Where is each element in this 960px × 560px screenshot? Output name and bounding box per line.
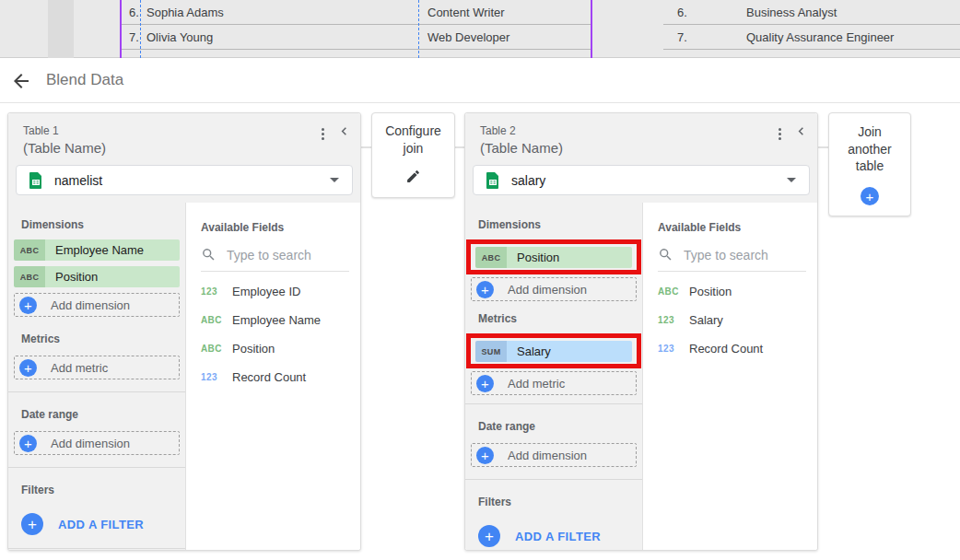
- search-input[interactable]: [684, 248, 794, 262]
- available-fields-label: Available Fields: [643, 203, 817, 247]
- field-type-badge-text: ABC: [201, 344, 226, 354]
- position-cell: Web Developer: [427, 30, 509, 44]
- field-type-badge-metric: 123: [201, 372, 226, 382]
- available-field-item[interactable]: 123 Record Count: [643, 334, 817, 363]
- plus-circle-icon: +: [476, 375, 494, 392]
- field-search: [658, 247, 806, 272]
- datasource-selector[interactable]: namelist: [16, 165, 353, 195]
- magnifier-icon: [658, 247, 673, 262]
- canvas-side-band: [48, 0, 74, 58]
- table-row: 6. Business Analyst: [594, 0, 960, 25]
- background-table-salary[interactable]: 6. Business Analyst 7. Quality Assurance…: [594, 0, 960, 58]
- filters-label: Filters: [465, 480, 642, 517]
- datasource-name: salary: [511, 173, 545, 188]
- pencil-icon: [405, 169, 421, 188]
- row-number: 6.: [677, 6, 687, 19]
- caret-down-icon: [330, 178, 339, 182]
- plus-circle-icon: +: [860, 187, 879, 205]
- table-2-panel: Table 2 (Table Name) salary: [464, 112, 818, 551]
- available-field-item[interactable]: ABC Employee Name: [186, 306, 360, 334]
- row-number: 7.: [129, 30, 139, 44]
- plus-circle-icon: +: [19, 435, 37, 452]
- position-cell: Business Analyst: [746, 6, 837, 19]
- field-type-badge: ABC: [14, 239, 45, 261]
- metrics-label: Metrics: [8, 317, 185, 354]
- table-name-input[interactable]: (Table Name): [23, 140, 106, 156]
- blend-data-dialog: Table 1 (Table Name) namelist: [0, 103, 960, 560]
- section-divider: [8, 548, 185, 549]
- table-row: 6. Sophia Adams Content Writer: [122, 0, 591, 25]
- position-cell: Content Writer: [427, 6, 505, 19]
- join-another-table-button[interactable]: Join another table +: [828, 112, 911, 216]
- column-resize-guide: [140, 0, 141, 58]
- table-name-input[interactable]: (Table Name): [480, 140, 563, 156]
- blend-data-header: Blend Data: [0, 58, 960, 103]
- column-resize-guide: [418, 0, 419, 58]
- search-input[interactable]: [227, 248, 337, 262]
- field-type-badge-metric: 123: [658, 344, 683, 354]
- datasource-selector[interactable]: salary: [473, 165, 810, 195]
- field-type-badge: ABC: [475, 247, 507, 268]
- field-type-badge-text: ABC: [658, 286, 683, 297]
- table-subtitle: Table 2: [480, 124, 563, 137]
- add-date-range-dimension-button[interactable]: + Add dimension: [14, 431, 180, 455]
- position-cell: Quality Assurance Engineer: [746, 30, 894, 44]
- dimensions-label: Dimensions: [8, 203, 185, 239]
- table-1-panel: Table 1 (Table Name) namelist: [7, 112, 361, 551]
- kebab-menu-icon[interactable]: [318, 126, 328, 142]
- date-range-label: Date range: [8, 392, 185, 429]
- table-2-available-fields: Available Fields ABC Position 123 Salary…: [642, 203, 817, 550]
- available-field-item[interactable]: 123 Record Count: [186, 363, 360, 391]
- add-metric-button[interactable]: + Add metric: [471, 371, 637, 395]
- background-table-namelist[interactable]: 6. Sophia Adams Content Writer 7. Olivia…: [120, 0, 592, 58]
- available-field-item[interactable]: ABC Position: [643, 277, 817, 306]
- available-field-item[interactable]: 123 Salary: [643, 306, 817, 334]
- field-search: [201, 247, 349, 272]
- plus-circle-icon: +: [19, 297, 37, 314]
- dimension-chip[interactable]: ABC Position: [14, 266, 180, 287]
- add-filter-button[interactable]: + ADD A FILTER: [465, 517, 601, 547]
- dimension-chip[interactable]: ABC Employee Name: [14, 239, 180, 261]
- field-type-badge-number: 123: [658, 315, 683, 325]
- add-dimension-button[interactable]: + Add dimension: [14, 293, 180, 317]
- row-divider: [663, 49, 960, 50]
- table-1-header-section: Table 1 (Table Name) namelist: [8, 113, 360, 203]
- table-row: 7. Olivia Young Web Developer: [122, 25, 591, 50]
- back-arrow-icon[interactable]: [10, 70, 32, 92]
- aggregation-badge: SUM: [475, 341, 507, 362]
- table-subtitle: Table 1: [23, 124, 106, 137]
- plus-circle-icon: +: [19, 359, 37, 377]
- available-field-item[interactable]: ABC Position: [186, 334, 360, 363]
- dimensions-label: Dimensions: [465, 203, 642, 239]
- available-field-item[interactable]: 123 Employee ID: [186, 277, 360, 306]
- table-1-available-fields: Available Fields 123 Employee ID ABC Emp…: [185, 203, 360, 550]
- page-title: Blend Data: [46, 58, 123, 102]
- kebab-menu-icon[interactable]: [775, 126, 785, 142]
- google-sheets-icon: [486, 172, 499, 189]
- plus-circle-icon: +: [476, 447, 494, 464]
- dimension-chip[interactable]: ABC Position: [475, 247, 632, 268]
- row-divider: [122, 49, 591, 50]
- add-metric-button[interactable]: + Add metric: [14, 356, 180, 379]
- report-canvas-strip: 6. Sophia Adams Content Writer 7. Olivia…: [0, 0, 960, 58]
- metrics-label: Metrics: [465, 301, 642, 333]
- configure-join-button[interactable]: Configure join: [371, 112, 455, 198]
- google-sheets-icon: [29, 172, 42, 189]
- caret-down-icon: [787, 178, 796, 182]
- field-type-badge-number: 123: [201, 286, 226, 297]
- table-2-header-section: Table 2 (Table Name) salary: [465, 113, 817, 203]
- datasource-name: namelist: [54, 173, 102, 188]
- highlight-box-dimension: ABC Position: [466, 239, 641, 274]
- row-number: 6.: [129, 6, 139, 19]
- add-dimension-button[interactable]: + Add dimension: [471, 277, 637, 301]
- plus-circle-icon: +: [478, 525, 500, 547]
- date-range-label: Date range: [465, 404, 642, 441]
- chevron-left-icon[interactable]: [337, 124, 351, 142]
- add-date-range-dimension-button[interactable]: + Add dimension: [471, 443, 637, 467]
- chevron-left-icon[interactable]: [794, 124, 808, 142]
- highlight-box-metric: SUM Salary: [466, 333, 641, 368]
- table-2-config-column: Dimensions ABC Position + Add dimension …: [465, 203, 642, 550]
- available-fields-label: Available Fields: [186, 203, 360, 247]
- metric-chip[interactable]: SUM Salary: [475, 341, 632, 362]
- add-filter-button[interactable]: + ADD A FILTER: [8, 505, 144, 535]
